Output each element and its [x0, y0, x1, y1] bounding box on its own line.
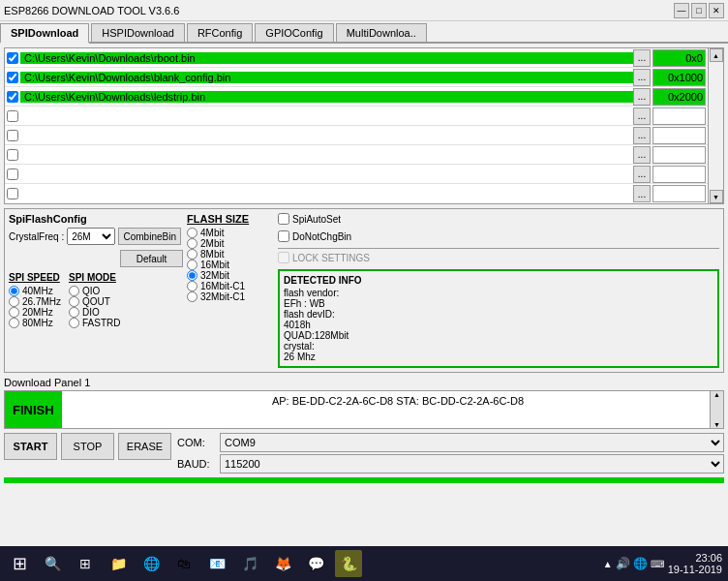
chat-icon[interactable]: 💬 [302, 550, 329, 577]
crystal-select[interactable]: 26M 40M [67, 228, 115, 245]
size-32mbit-c1: 32Mbit-C1 [187, 291, 274, 302]
file-addr-3[interactable] [652, 88, 706, 106]
size-8mbit: 8Mbit [187, 249, 274, 260]
lock-settings-divider: LOCK SETTINGS [278, 248, 719, 265]
speed-20mhz: 20MHz [9, 307, 61, 318]
file-path-1: C:\Users\Kevin\Downloads\rboot.bin [20, 52, 633, 64]
panel-scroll-down[interactable]: ▼ [713, 421, 720, 428]
file-row: ... [5, 126, 708, 145]
crystal-label: CrystalFreq : [9, 231, 64, 242]
file-checkbox-2[interactable] [5, 68, 20, 86]
progress-bar [4, 477, 724, 483]
file-browse-btn-2[interactable]: ... [633, 69, 651, 86]
file-addr-5[interactable] [652, 127, 706, 144]
file-list-scrollbar[interactable]: ▲ ▼ [709, 47, 724, 204]
do-not-chg-bin-checkbox[interactable] [278, 230, 289, 242]
start-button[interactable]: START [4, 433, 57, 460]
file-explorer-icon[interactable]: 📁 [105, 550, 132, 577]
keyboard-icon[interactable]: ⌨ [651, 559, 664, 569]
file-addr-8[interactable] [652, 185, 706, 202]
spi-auto-set-label: SpiAutoSet [292, 214, 341, 225]
file-addr-2[interactable] [652, 69, 706, 86]
file-list-section: C:\Users\Kevin\Downloads\rboot.bin ... C… [4, 47, 724, 204]
scroll-up-arrow[interactable]: ▲ [710, 48, 723, 62]
erase-button[interactable]: ERASE [118, 433, 171, 460]
spi-speed-col: SPI SPEED 40MHz 26.7MHz 20MHz [9, 272, 61, 328]
python-icon[interactable]: 🐍 [335, 550, 362, 577]
file-checkbox-1[interactable] [5, 48, 20, 67]
spi-mode-col: SPI MODE QIO QOUT DIO F [69, 272, 120, 328]
file-browse-btn-4[interactable]: ... [633, 107, 651, 125]
edge-icon[interactable]: 🌐 [137, 550, 165, 577]
com-row: COM: COM9 COM1 COM2 COM3 [177, 433, 724, 452]
store-icon[interactable]: 🛍 [170, 550, 197, 577]
file-browse-btn-8[interactable]: ... [633, 185, 651, 202]
file-row: ... [5, 184, 708, 203]
task-view-button[interactable]: ⊞ [72, 550, 99, 577]
bottom-controls: START STOP ERASE COM: COM9 COM1 COM2 COM… [4, 433, 724, 475]
spiflash-config-section: SpiFlashConfig CrystalFreq : 26M 40M Com… [4, 208, 724, 373]
file-checkbox-3[interactable] [5, 87, 20, 106]
file-addr-6[interactable] [652, 146, 706, 164]
file-addr-4[interactable] [652, 107, 706, 125]
mail-icon[interactable]: 📧 [203, 550, 230, 577]
spi-auto-set-checkbox[interactable] [278, 213, 289, 225]
file-row: C:\Users\Kevin\Downloads\ledstrip.bin ..… [5, 87, 708, 107]
spi-speed-label: SPI SPEED [9, 272, 61, 283]
detected-line-6: crystal: [284, 341, 713, 352]
minimize-button[interactable]: — [674, 3, 689, 18]
file-path-3: C:\Users\Kevin\Downloads\ledstrip.bin [20, 91, 633, 103]
file-browse-btn-6[interactable]: ... [633, 146, 651, 164]
search-taskbar-button[interactable]: 🔍 [39, 550, 66, 577]
media-icon[interactable]: 🎵 [236, 550, 263, 577]
baud-select[interactable]: 115200 9600 57600 460800 [220, 454, 724, 474]
mode-fastrd: FASTRD [69, 318, 120, 328]
close-button[interactable]: ✕ [709, 3, 724, 18]
file-path-2: C:\Users\Kevin\Downloads\blank_config.bi… [20, 72, 633, 83]
mode-dio: DIO [69, 307, 120, 318]
speed-40mhz: 40MHz [9, 286, 61, 296]
tab-gpioconfig[interactable]: GPIOConfig [255, 23, 333, 42]
detected-line-1: flash vendor: [284, 288, 713, 298]
com-select[interactable]: COM9 COM1 COM2 COM3 [220, 433, 724, 452]
firefox-icon[interactable]: 🦊 [269, 550, 296, 577]
combine-bin-button[interactable]: CombineBin [118, 228, 181, 245]
tab-spidownload[interactable]: SPIDownload [0, 23, 89, 44]
network-icon[interactable]: 🌐 [633, 557, 648, 570]
panel-scroll-up[interactable]: ▲ [713, 391, 720, 398]
file-row: C:\Users\Kevin\Downloads\rboot.bin ... [5, 48, 708, 68]
clock-display[interactable]: 23:06 19-11-2019 [668, 552, 722, 575]
tab-rfconfig[interactable]: RFConfig [187, 23, 253, 42]
file-browse-btn-7[interactable]: ... [633, 166, 651, 183]
panel-scrollbar[interactable]: ▲ ▼ [710, 391, 723, 428]
size-16mbit-c1: 16Mbit-C1 [187, 281, 274, 291]
clock-date: 19-11-2019 [668, 564, 722, 575]
file-browse-btn-1[interactable]: ... [633, 49, 651, 67]
stop-button[interactable]: STOP [61, 433, 114, 460]
file-addr-7[interactable] [652, 166, 706, 183]
tab-multidownload[interactable]: MultiDownloa.. [336, 23, 427, 42]
tray-chevron[interactable]: ▲ [603, 559, 613, 569]
size-32mbit: 32Mbit [187, 270, 274, 281]
taskbar: ⊞ 🔍 ⊞ 📁 🌐 🛍 📧 🎵 🦊 💬 🐍 ▲ 🔊 🌐 ⌨ 23:06 19-1… [0, 546, 728, 581]
action-buttons: START STOP ERASE [4, 433, 171, 460]
mode-qout: QOUT [69, 296, 120, 307]
finish-badge: FINISH [5, 391, 62, 428]
file-addr-1[interactable] [652, 49, 706, 67]
size-2mbit: 2Mbit [187, 238, 274, 249]
file-browse-btn-3[interactable]: ... [633, 88, 651, 106]
main-content: C:\Users\Kevin\Downloads\rboot.bin ... C… [0, 44, 728, 541]
com-label: COM: [177, 437, 216, 448]
start-menu-button[interactable]: ⊞ [6, 550, 33, 577]
tab-hspidownload[interactable]: HSPIDownload [91, 23, 185, 42]
download-panel-section: Download Panel 1 FINISH AP: BE-DD-C2-2A-… [4, 377, 724, 429]
com-baud-section: COM: COM9 COM1 COM2 COM3 BAUD: 115200 96… [177, 433, 724, 475]
file-browse-btn-5[interactable]: ... [633, 127, 651, 144]
clock-time: 23:06 [668, 552, 722, 564]
speaker-icon[interactable]: 🔊 [616, 557, 630, 570]
crystal-row: CrystalFreq : 26M 40M CombineBin [9, 228, 183, 245]
do-not-chg-bin-row: DoNotChgBin [278, 230, 719, 242]
default-button[interactable]: Default [120, 250, 183, 267]
scroll-down-arrow[interactable]: ▼ [710, 190, 723, 203]
maximize-button[interactable]: □ [691, 3, 707, 18]
